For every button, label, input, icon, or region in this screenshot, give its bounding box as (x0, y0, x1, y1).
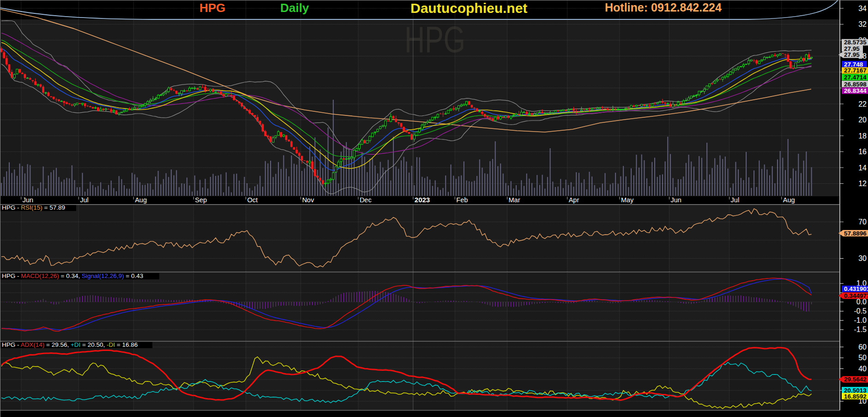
svg-text:18: 18 (858, 132, 867, 140)
svg-text:-1.5: -1.5 (854, 326, 867, 333)
svg-text:20: 20 (858, 116, 867, 124)
svg-text:HPG - RSI(15) = 57.89: HPG - RSI(15) = 57.89 (2, 204, 65, 211)
svg-text:-1.0: -1.0 (854, 316, 867, 324)
svg-text:16.8592: 16.8592 (844, 393, 867, 400)
svg-text:16: 16 (858, 148, 867, 156)
svg-text:22: 22 (858, 100, 867, 108)
svg-text:Jul: Jul (731, 196, 740, 204)
svg-text:27.4714: 27.4714 (844, 74, 867, 81)
svg-text:12: 12 (858, 180, 867, 187)
svg-text:Aug: Aug (135, 196, 147, 204)
svg-text:32: 32 (858, 20, 867, 28)
svg-text:0.344977: 0.344977 (844, 292, 868, 299)
svg-text:Nov: Nov (302, 196, 314, 204)
svg-text:Jun: Jun (23, 196, 33, 204)
svg-text:57.8896: 57.8896 (844, 230, 867, 237)
svg-text:HPG - ADX(14) = 29.56, +DI = 2: HPG - ADX(14) = 29.56, +DI = 20.50, -DI … (2, 341, 138, 348)
svg-text:26.8344: 26.8344 (844, 87, 867, 94)
svg-text:30: 30 (858, 254, 867, 262)
svg-text:-0.5: -0.5 (854, 307, 867, 315)
svg-text:50: 50 (858, 354, 867, 362)
svg-text:60: 60 (858, 343, 867, 351)
svg-text:HPG - MACD(12,26) = 0.34, Sign: HPG - MACD(12,26) = 0.34, Signal(12,26,9… (2, 272, 143, 279)
svg-text:Sep: Sep (195, 196, 207, 204)
svg-text:29.5642: 29.5642 (844, 376, 867, 383)
svg-text:HPG: HPG (199, 1, 225, 15)
svg-text:Feb: Feb (456, 196, 468, 204)
svg-text:27.95: 27.95 (844, 51, 860, 58)
svg-text:Mar: Mar (509, 196, 520, 204)
svg-text:May: May (621, 196, 634, 204)
svg-text:34: 34 (858, 5, 867, 12)
svg-text:Aug: Aug (783, 196, 795, 204)
svg-text:Apr: Apr (569, 196, 579, 204)
svg-text:Dec: Dec (360, 196, 372, 204)
svg-text:14: 14 (858, 164, 867, 172)
svg-text:HPG: HPG (404, 19, 465, 60)
svg-text:0.431901: 0.431901 (844, 285, 868, 292)
svg-text:26.8598: 26.8598 (844, 81, 867, 88)
svg-text:Hotline: 0912.842.224: Hotline: 0912.842.224 (605, 1, 722, 14)
svg-text:Daily: Daily (280, 1, 309, 15)
svg-text:Oct: Oct (247, 196, 258, 204)
svg-text:Dautucophieu.net: Dautucophieu.net (410, 0, 527, 16)
svg-text:27.7167: 27.7167 (844, 67, 867, 74)
svg-text:70: 70 (858, 218, 867, 226)
svg-text:Jul: Jul (80, 196, 89, 204)
svg-text:Jun: Jun (671, 196, 681, 204)
svg-text:40: 40 (858, 365, 867, 373)
svg-text:2023: 2023 (415, 196, 430, 204)
